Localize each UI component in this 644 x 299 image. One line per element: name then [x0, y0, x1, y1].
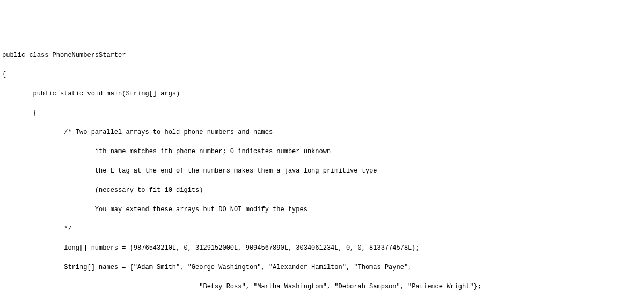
code-line: /* Two parallel arrays to hold phone num… [2, 128, 642, 137]
code-line: { [2, 70, 642, 79]
code-line: You may extend these arrays but DO NOT m… [2, 205, 642, 214]
code-line: long[] numbers = {9876543210L, 0, 312915… [2, 243, 642, 253]
code-line: String[] names = {"Adam Smith", "George … [2, 263, 642, 272]
code-line: { [2, 108, 642, 118]
code-line: public class PhoneNumbersStarter [2, 50, 642, 60]
code-line: "Betsy Ross", "Martha Washington", "Debo… [2, 282, 642, 291]
code-block: public class PhoneNumbersStarter { publi… [2, 41, 642, 299]
code-line: ith name matches ith phone number; 0 ind… [2, 147, 642, 156]
code-line: the L tag at the end of the numbers make… [2, 166, 642, 176]
code-line: public static void main(String[] args) [2, 89, 642, 99]
code-line: */ [2, 224, 642, 234]
code-line: (necessary to fit 10 digits) [2, 185, 642, 195]
